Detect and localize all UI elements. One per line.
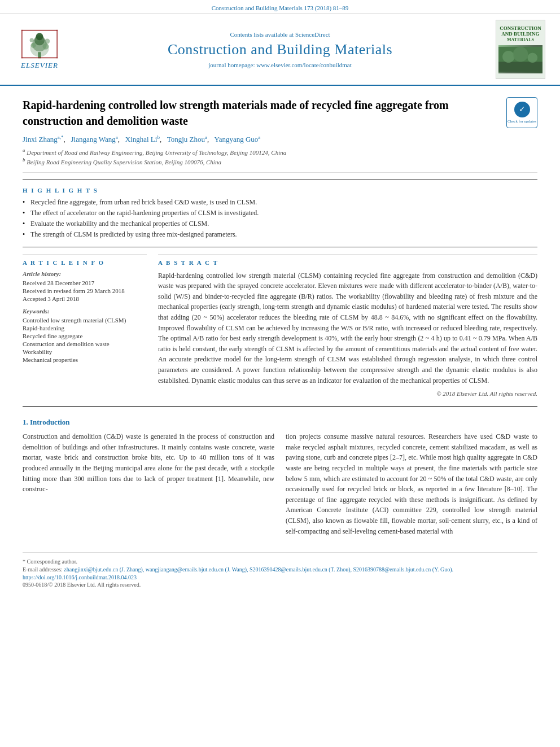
highlights-section: H I G H L I G H T S Recycled fine aggreg… — [23, 187, 537, 239]
author-jiangang: Jiangang Wang — [71, 135, 116, 143]
contents-line: Contents lists available at ScienceDirec… — [79, 31, 481, 38]
keywords-label: Keywords: — [23, 308, 147, 314]
author-jinxi: Jinxi Zhang — [23, 135, 58, 143]
divider-after-abstract — [23, 406, 537, 407]
check-icon: ✓ — [514, 102, 530, 117]
journal-title: Construction and Building Materials — [79, 41, 481, 58]
keyword-3: Construction and demolition waste — [23, 340, 147, 347]
intro-col-right: tion projects consume massive natural re… — [286, 431, 537, 541]
introduction-heading: 1. Introduction — [23, 418, 537, 427]
divider-after-highlights — [23, 247, 537, 247]
corresponding-note: * Corresponding author. — [23, 558, 537, 565]
elsevier-logo-area: ELSEVIER — [11, 29, 68, 70]
article-info-label: A R T I C L E I N F O — [23, 259, 147, 266]
homepage-url[interactable]: www.elsevier.com/locate/conbuildmat — [256, 62, 352, 68]
elsevier-wordmark: ELSEVIER — [21, 61, 58, 70]
intro-text-right: tion projects consume massive natural re… — [286, 431, 537, 536]
intro-col-left: Construction and demolition (C&D) waste … — [23, 431, 274, 541]
article-title-text: Rapid-hardening controlled low strength … — [23, 97, 498, 167]
svg-rect-12 — [56, 30, 58, 58]
sciencedirect-link[interactable]: ScienceDirect — [295, 31, 330, 38]
article-title-section: Rapid-hardening controlled low strength … — [23, 97, 537, 173]
check-updates-label: Check for updates — [508, 119, 536, 124]
keyword-0: Controlled low strength material (CLSM) — [23, 317, 147, 324]
svg-point-15 — [502, 51, 514, 63]
article-title: Rapid-hardening controlled low strength … — [23, 97, 498, 129]
received-date: Received 28 December 2017 — [23, 279, 147, 286]
keyword-1: Rapid-hardening — [23, 325, 147, 331]
affil-a: a Department of Road and Railway Enginee… — [23, 147, 498, 156]
affil-b: b Beijing Road Engineering Quality Super… — [23, 157, 498, 165]
elsevier-tree-icon — [17, 29, 62, 60]
abstract-text: Rapid-hardening controlled low strength … — [158, 270, 537, 386]
highlight-item: The effect of accelerator on the rapid-h… — [23, 209, 537, 217]
affiliations: a Department of Road and Railway Enginee… — [23, 147, 498, 165]
svg-rect-10 — [21, 57, 58, 58]
cover-title-line2: and Building — [501, 31, 539, 37]
journal-title-area: Contents lists available at ScienceDirec… — [68, 31, 492, 68]
svg-point-17 — [527, 53, 537, 63]
accepted-date: Accepted 3 April 2018 — [23, 295, 147, 302]
keyword-4: Workability — [23, 348, 147, 355]
svg-point-16 — [513, 47, 528, 62]
svg-point-7 — [30, 38, 34, 42]
article-authors: Jinxi Zhanga,*, Jiangang Wanga, Xinghai … — [23, 134, 498, 144]
article-info-abstract-section: A R T I C L E I N F O Article history: R… — [23, 254, 537, 397]
svg-point-4 — [36, 33, 43, 40]
cover-title-line1: Construction — [500, 25, 541, 32]
svg-rect-11 — [21, 30, 23, 58]
doi-line[interactable]: https://doi.org/10.1016/j.conbuildmat.20… — [23, 574, 537, 580]
svg-point-5 — [30, 43, 36, 48]
journal-citation-text: Construction and Building Materials 173 … — [212, 5, 349, 11]
check-updates-badge: ✓ Check for updates — [506, 97, 537, 128]
divider-after-title — [23, 180, 537, 180]
svg-rect-9 — [21, 30, 58, 31]
highlights-label: H I G H L I G H T S — [23, 187, 537, 194]
cover-title-line3: MATERIALS — [507, 37, 534, 43]
journal-cover-area: Construction and Building MATERIALS — [492, 20, 549, 79]
introduction-columns: Construction and demolition (C&D) waste … — [23, 431, 537, 541]
cover-image-graphic — [498, 45, 542, 73]
main-content: Rapid-hardening controlled low strength … — [0, 86, 560, 599]
highlights-list: Recycled fine aggregate, from urban red … — [23, 198, 537, 239]
highlight-item: The strength of CLSM is predicted by usi… — [23, 230, 537, 239]
cover-visual — [498, 45, 542, 73]
email-addresses: E-mail addresses: zhangjinxi@bjut.edu.cn… — [23, 566, 537, 573]
email-label: E-mail addresses: — [23, 566, 63, 573]
svg-point-6 — [43, 43, 49, 50]
introduction-section: 1. Introduction Construction and demolit… — [23, 418, 537, 541]
article-history-label: Article history: — [23, 270, 147, 277]
svg-rect-14 — [498, 62, 542, 72]
abstract-column: A B S T R A C T Rapid-hardening controll… — [158, 254, 537, 397]
article-info-column: A R T I C L E I N F O Article history: R… — [23, 254, 147, 397]
abstract-copyright: © 2018 Elsevier Ltd. All rights reserved… — [158, 390, 537, 397]
revised-date: Received in revised form 29 March 2018 — [23, 287, 147, 294]
journal-header: ELSEVIER Contents lists available at Sci… — [0, 14, 560, 86]
email-values: zhangjinxi@bjut.edu.cn (J. Zhang), wangj… — [64, 566, 453, 573]
issn-line: 0950-0618/© 2018 Elsevier Ltd. All right… — [23, 582, 537, 588]
svg-point-8 — [45, 38, 50, 43]
article-footer: * Corresponding author. E-mail addresses… — [23, 552, 537, 588]
highlight-item: Recycled fine aggregate, from urban red … — [23, 198, 537, 207]
journal-citation-header: Construction and Building Materials 173 … — [0, 0, 560, 14]
article-history: Article history: Received 28 December 20… — [23, 270, 147, 302]
journal-cover-image: Construction and Building MATERIALS — [496, 20, 545, 79]
author-xinghai: Xinghai Li — [125, 135, 158, 143]
article-keywords: Keywords: Controlled low strength materi… — [23, 308, 147, 363]
highlight-item: Evaluate the workability and the mechani… — [23, 220, 537, 228]
author-yangyang: Yangyang Guo — [215, 135, 259, 143]
keyword-2: Recycled fine aggregate — [23, 333, 147, 339]
intro-text-left: Construction and demolition (C&D) waste … — [23, 431, 274, 495]
abstract-label: A B S T R A C T — [158, 259, 537, 266]
keyword-5: Mechanical properties — [23, 356, 147, 363]
journal-homepage: journal homepage: www.elsevier.com/locat… — [79, 62, 481, 68]
author-tongju: Tongju Zhou — [167, 135, 205, 143]
